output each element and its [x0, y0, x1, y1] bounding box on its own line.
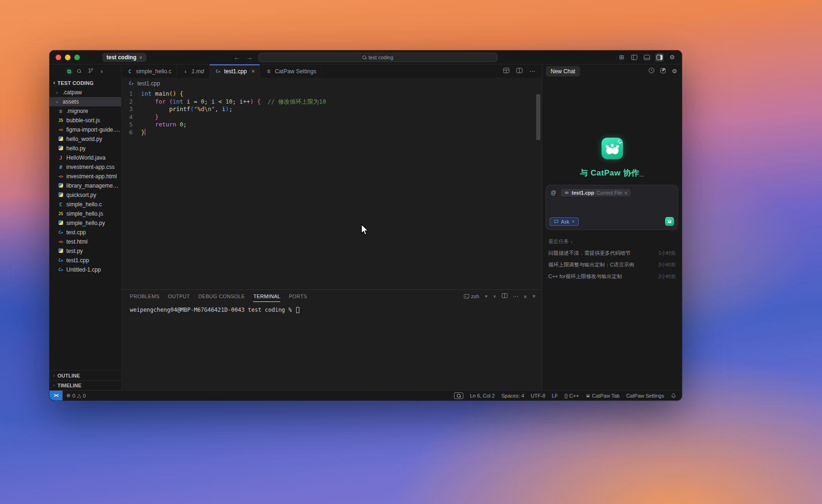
context-file-label: Current File — [596, 190, 622, 196]
panel-tab-debug-console[interactable]: DEBUG CONSOLE — [198, 291, 245, 302]
explorer-section-header[interactable]: ∨ TEST CODING — [50, 78, 121, 88]
tab-test1.cpp[interactable]: C+test1.cpp× — [210, 64, 261, 78]
breadcrumb[interactable]: C+ test1.cpp — [121, 78, 542, 89]
settings-gear-icon[interactable]: ⚙ — [668, 53, 676, 62]
new-chat-button[interactable]: New Chat — [546, 66, 580, 77]
toggle-primary-sidebar-icon[interactable] — [630, 53, 638, 62]
outline-section[interactable]: › OUTLINE — [50, 371, 121, 380]
problems-indicator[interactable]: ⊗0 △0 — [66, 392, 86, 399]
views-chevron-down-icon[interactable]: ∨ — [100, 69, 103, 74]
terminal-dropdown-icon[interactable]: ∨ — [493, 294, 496, 299]
minimize-window-button[interactable] — [65, 55, 71, 60]
file-item-.mignore[interactable]: ≡.mignore — [50, 106, 121, 116]
chat-input-card[interactable]: @ test1.cpp Current File ≡ Ask ∨ — [546, 185, 678, 230]
timeline-section[interactable]: › TIMELINE — [50, 380, 121, 390]
cpp-file-icon: C+ — [128, 81, 135, 86]
send-button[interactable] — [665, 217, 674, 226]
file-item-test.cpp[interactable]: C+test.cpp — [50, 228, 121, 237]
explorer-pages-icon[interactable]: ⧉ — [67, 68, 71, 75]
close-tab-icon[interactable]: × — [251, 68, 255, 75]
panel-tab-problems[interactable]: PROBLEMS — [130, 291, 160, 302]
terminal-output[interactable]: weipengcheng04@MBP-M67G46421D-0043 test … — [121, 303, 542, 313]
split-editor-icon[interactable] — [516, 67, 523, 75]
ask-mode-button[interactable]: Ask ∨ — [550, 217, 579, 226]
code-line-4: 4 } — [121, 113, 542, 121]
catpaw-tab-label: CatPaw Tab — [592, 393, 620, 399]
more-actions-icon[interactable]: ⋯ — [529, 68, 535, 75]
tab-simple_hello.c[interactable]: Csimple_hello.c — [121, 64, 177, 78]
editor-scrollbar[interactable] — [536, 94, 540, 140]
file-item-bubble-sort.js[interactable]: JSbubble-sort.js — [50, 116, 121, 125]
file-item-test.html[interactable]: <>test.html — [50, 237, 121, 246]
new-terminal-icon[interactable]: + — [485, 293, 488, 300]
file-item-test1.cpp[interactable]: C+test1.cpp — [50, 256, 121, 265]
py-icon — [57, 136, 64, 142]
tab-CatPaw Settings[interactable]: ≡CatPaw Settings — [260, 64, 322, 78]
panel-more-icon[interactable]: ⋯ — [513, 293, 518, 300]
forward-button[interactable]: → — [246, 54, 253, 61]
recent-tasks-header[interactable]: 最近任务 › — [548, 238, 676, 245]
indentation[interactable]: Spaces: 4 — [501, 393, 524, 399]
task-time: 2小时前 — [659, 262, 676, 268]
file-item-simple_hello.py[interactable]: simple_hello.py — [50, 218, 121, 228]
tab-1.md[interactable]: ↓1.md — [177, 64, 210, 78]
file-item-HelloWorld.java[interactable]: JHelloWorld.java — [50, 153, 121, 162]
compose-icon[interactable] — [660, 67, 666, 75]
recent-task-item[interactable]: C++ for循环上限修改与输出定制2小时前 — [548, 273, 676, 280]
file-item-Untitled-1.cpp[interactable]: C+Untitled-1.cpp — [50, 265, 121, 274]
customize-layout-icon[interactable]: ⊞ — [617, 53, 626, 62]
context-file-chip[interactable]: test1.cpp Current File ≡ — [561, 189, 631, 196]
encoding[interactable]: UTF-8 — [531, 393, 545, 399]
sidebar-search-icon[interactable] — [77, 69, 82, 74]
file-item-hello.py[interactable]: hello.py — [50, 144, 121, 153]
file-item-library_management...[interactable]: library_management... — [50, 181, 121, 190]
language-mode[interactable]: {} C++ — [564, 393, 579, 399]
file-item-simple_hello.js[interactable]: JSsimple_hello.js — [50, 209, 121, 218]
terminal-profile[interactable]: zsh — [464, 294, 480, 299]
py-icon — [57, 220, 64, 226]
file-item-simple_hello.c[interactable]: Csimple_hello.c — [50, 200, 121, 209]
catpaw-settings-gear-icon[interactable]: ⚙ — [672, 68, 677, 75]
recent-task-item[interactable]: 问题描述不清，需提供更多代码细节1小时前 — [548, 250, 676, 257]
terminal-cursor — [296, 307, 299, 313]
remote-indicator[interactable]: >< — [50, 391, 63, 400]
maximize-panel-icon[interactable]: ∧ — [524, 294, 527, 299]
code-editor[interactable]: 1int main() {2 for (int i = 0; i < 10; i… — [121, 89, 542, 289]
command-center-search[interactable]: test coding — [258, 53, 497, 62]
java-icon: J — [57, 155, 64, 161]
notifications-bell-icon[interactable] — [671, 393, 676, 399]
editor-layout-icon[interactable] — [503, 67, 510, 75]
toggle-secondary-sidebar-icon[interactable] — [655, 53, 664, 62]
back-button[interactable]: ← — [234, 54, 240, 61]
panel-tab-ports[interactable]: PORTS — [289, 291, 307, 302]
cpp-icon: C+ — [215, 69, 221, 74]
close-panel-icon[interactable]: × — [532, 293, 536, 300]
toggle-panel-icon[interactable] — [643, 53, 651, 62]
split-terminal-icon[interactable] — [502, 293, 508, 300]
catpaw-settings-status[interactable]: CatPaw Settings — [626, 393, 664, 399]
eol-sequence[interactable]: LF — [552, 393, 558, 399]
cursor-position[interactable]: Ln 6, Col 2 — [470, 393, 495, 399]
file-item-investment-app.css[interactable]: #investment-app.css — [50, 162, 121, 172]
mention-button[interactable]: @ — [550, 189, 557, 196]
file-item-figma-import-guide.h...[interactable]: <>figma-import-guide.h... — [50, 125, 121, 134]
chat-history-icon[interactable] — [648, 67, 655, 75]
source-control-icon[interactable] — [88, 68, 94, 75]
zoom-window-button[interactable] — [74, 55, 80, 60]
file-item-test.py[interactable]: test.py — [50, 246, 121, 256]
file-item-quicksort.py[interactable]: quicksort.py — [50, 190, 121, 200]
file-item-assets[interactable]: ›assets — [50, 97, 121, 106]
close-window-button[interactable] — [56, 55, 61, 60]
panel-tab-output[interactable]: OUTPUT — [168, 291, 190, 302]
workspace-switcher[interactable]: test coding ∨ — [102, 53, 147, 62]
file-item-hello_world.py[interactable]: hello_world.py — [50, 134, 121, 144]
file-item-.catpaw[interactable]: ›.catpaw — [50, 88, 121, 97]
catpaw-tab-status[interactable]: CatPaw Tab — [586, 393, 620, 399]
recent-task-item[interactable]: 循环上限调整与输出定制：C语言示例2小时前 — [548, 261, 676, 268]
file-label: figma-import-guide.h... — [66, 126, 121, 133]
panel-tab-terminal[interactable]: TERMINAL — [253, 291, 280, 302]
file-item-investment-app.html[interactable]: <>investment-app.html — [50, 172, 121, 181]
task-text: C++ for循环上限修改与输出定制 — [548, 273, 659, 280]
chevron-down-icon: ∨ — [572, 219, 574, 224]
zoom-indicator[interactable] — [454, 392, 463, 399]
